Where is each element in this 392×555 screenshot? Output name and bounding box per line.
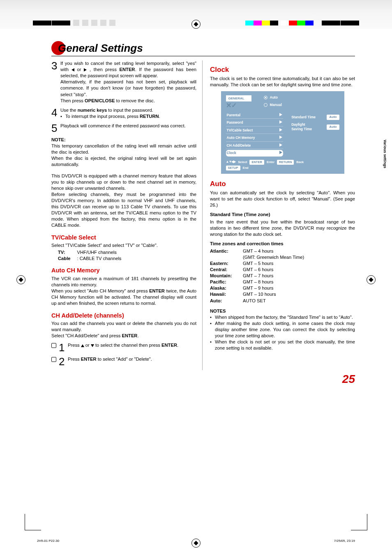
tz-value: AUTO SET	[243, 298, 304, 304]
key-label: ENTER	[161, 343, 177, 348]
subheading-chadd: CH Add/Delete (channels)	[51, 312, 196, 320]
text: to remove the disc.	[115, 98, 155, 103]
label: TV:	[58, 249, 77, 256]
notes-heading: NOTES	[210, 308, 355, 314]
tz-value: GMT – 4 hours	[243, 249, 273, 253]
text: In the rare event that you live within t…	[210, 219, 355, 237]
text: to input the password.	[107, 108, 153, 113]
text: Before selecting channels, they must be …	[51, 191, 196, 229]
text: This temporary cancellation of the ratin…	[51, 143, 196, 155]
text: or	[84, 343, 91, 348]
osd-button: SETUP	[226, 166, 240, 170]
value: VHF/UHF channels	[77, 249, 121, 256]
page-number: 25	[51, 373, 355, 386]
text: When you select "Auto CH Memory" and pre…	[51, 288, 149, 293]
tz-name: Hawaii	[210, 292, 224, 297]
text: Select "CH Add/Delete" and press	[51, 333, 122, 338]
subheading-standard-time: Standard Time (Time zone)	[210, 212, 355, 218]
key-label: numeric keys	[78, 108, 107, 113]
osd-tools-icon: ✕✓	[226, 102, 251, 109]
text: Use the	[60, 108, 78, 113]
text: You can add the channels you want or del…	[51, 320, 196, 333]
right-arrow-icon	[279, 128, 282, 131]
key-label: ENTER	[120, 67, 135, 72]
subheading-autoch: Auto CH Memory	[51, 267, 196, 275]
text: Playback will commence if the entered pa…	[60, 123, 196, 134]
tz-value: GMT – 7 hours	[243, 273, 304, 279]
registration-mark-top	[191, 20, 201, 29]
page-title: General Settings	[58, 42, 143, 55]
text: or	[74, 67, 84, 72]
text: You can automatically set the clock by s…	[210, 190, 355, 208]
text: To interrupt the input process, press	[65, 114, 140, 119]
step-number: 3	[51, 60, 60, 104]
tz-note: (GMT: Greenwich Mean Time)	[243, 255, 304, 260]
page-title-row: General Settings	[51, 41, 355, 56]
nav-arrows-icon: ▲▼◀▶	[226, 160, 236, 164]
timezone-table: Atlantic:GMT – 4 hours(GMT: Greenwich Me…	[210, 248, 304, 304]
text: Press	[68, 343, 81, 348]
text: .	[159, 114, 160, 119]
osd-hint: Select	[238, 160, 247, 164]
color-swatches-right	[245, 21, 359, 25]
step-3: 3 If you wish to cancel the set rating l…	[51, 60, 196, 104]
osd-menu-item: Parental	[227, 113, 241, 117]
osd-label: Saving Time	[291, 127, 312, 131]
down-arrow-icon	[91, 344, 94, 347]
text: Then press	[60, 98, 85, 103]
note-item: When shipped from the factory, the "Stan…	[215, 314, 353, 320]
key-label: OPEN/CLOSE	[85, 98, 115, 103]
step-5: 5 Playback will commence if the entered …	[51, 123, 196, 134]
print-color-bar	[0, 0, 392, 29]
key-label: ENTER	[149, 288, 165, 293]
subheading-clock: Clock	[210, 65, 355, 75]
remote-button-icon	[51, 343, 56, 348]
step-number: 1	[59, 342, 68, 353]
right-column: Clock The clock is set to the correct ti…	[210, 60, 355, 370]
tz-name: Central	[210, 267, 226, 272]
osd-menu-item: Password	[227, 120, 243, 125]
text: Alternatively, if the password has not b…	[60, 79, 196, 97]
step-number: 4	[51, 107, 60, 120]
text: to select the channel then press	[94, 343, 161, 348]
tz-name: Alaska	[210, 286, 225, 290]
chadd-step-2: 2 Press ENTER to select "Add" or "Delete…	[51, 356, 196, 367]
remote-button-icon	[51, 357, 56, 362]
osd-value: Auto	[327, 115, 339, 120]
tz-name: Mountain	[210, 273, 231, 278]
label: Cable	[58, 256, 77, 262]
text: .	[177, 343, 178, 348]
osd-hint: End	[243, 166, 249, 170]
right-arrow-icon	[279, 143, 282, 147]
text: Press	[68, 357, 81, 362]
text: , then press	[87, 67, 119, 72]
text: When the disc is ejected, the original r…	[51, 155, 196, 168]
subheading-tvcable: TV/Cable Select	[51, 234, 196, 242]
up-arrow-icon	[81, 344, 84, 347]
tz-value: GMT – 6 hours	[243, 267, 304, 273]
tz-value: GMT – 9 hours	[243, 285, 304, 291]
note-heading: NOTE:	[51, 137, 196, 143]
left-arrow-icon	[71, 68, 74, 71]
key-label: ENTER	[81, 357, 97, 362]
subheading-auto: Auto	[210, 180, 355, 189]
radio-icon	[264, 103, 267, 107]
osd-label: Daylight	[291, 122, 305, 127]
right-arrow-icon	[279, 113, 282, 116]
osd-menu-item: TV/Cable Select	[227, 128, 253, 133]
step-4: 4 Use the numeric keys to input the pass…	[51, 107, 196, 120]
tz-name: Auto	[210, 298, 220, 303]
right-arrow-icon	[279, 136, 282, 139]
text: to select "Add" or "Delete".	[97, 357, 152, 362]
note-item: After making the auto clock setting, in …	[215, 320, 355, 339]
osd-menu-item: Auto CH Memory	[227, 136, 255, 140]
registration-blocks-left	[33, 21, 115, 26]
radio-selected-icon	[264, 96, 267, 99]
osd-button: RETURN	[277, 160, 294, 165]
tz-value: GMT – 5 hours	[243, 260, 304, 267]
osd-tab-general: GENERAL	[226, 95, 251, 101]
tz-name: Eastern	[210, 261, 227, 266]
osd-label: Standard Time	[291, 115, 316, 120]
step-number: 2	[59, 356, 68, 367]
key-label: RETURN	[140, 114, 159, 119]
